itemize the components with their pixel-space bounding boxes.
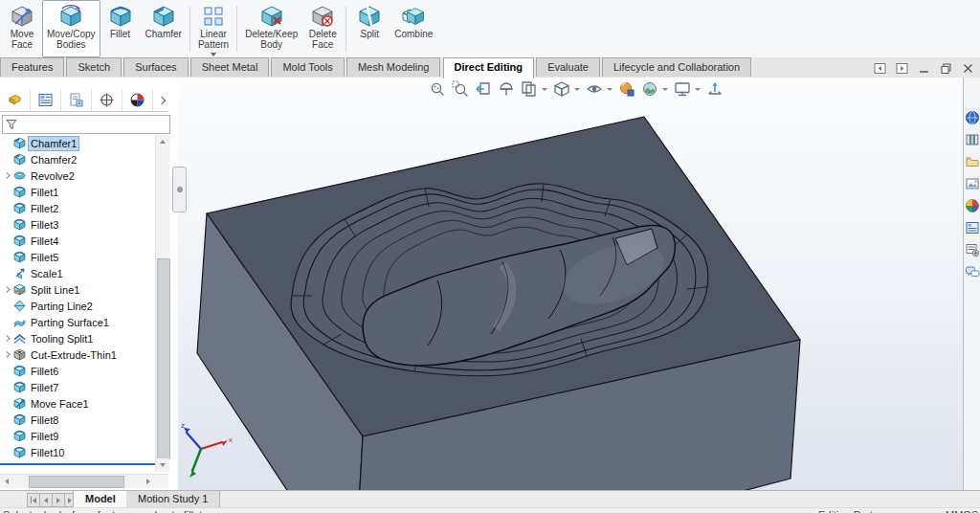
tab-display-manager[interactable] bbox=[122, 89, 153, 111]
tree-item[interactable]: Fillet6 bbox=[0, 363, 155, 379]
scrollbar-thumb[interactable] bbox=[157, 258, 170, 459]
move-copy-bodies-button[interactable]: Move/Copy Bodies bbox=[42, 0, 100, 57]
rollback-bar[interactable] bbox=[0, 463, 155, 465]
tab-motion-study[interactable]: Motion Study 1 bbox=[126, 491, 220, 507]
edit-appearance-icon[interactable] bbox=[618, 80, 635, 98]
tab-mesh-modeling[interactable]: Mesh Modeling bbox=[346, 57, 441, 77]
combine-button[interactable]: Combine bbox=[390, 0, 437, 57]
tab-mold-tools[interactable]: Mold Tools bbox=[271, 57, 344, 77]
move-face-button[interactable]: Move Face bbox=[2, 0, 42, 57]
tree-item[interactable]: Fillet3 bbox=[0, 216, 155, 233]
file-explorer-icon[interactable] bbox=[965, 154, 980, 169]
3d-drawing-view-icon[interactable] bbox=[706, 80, 724, 98]
combine-icon bbox=[401, 4, 426, 29]
tree-item[interactable]: Chamfer1 bbox=[0, 135, 155, 151]
close-button[interactable] bbox=[962, 62, 974, 75]
graphics-viewport[interactable]: z x bbox=[178, 78, 963, 490]
dropdown-caret[interactable] bbox=[607, 88, 612, 91]
zoom-to-fit-icon[interactable] bbox=[429, 80, 446, 98]
tab-model[interactable]: Model bbox=[73, 491, 128, 507]
tab-feature-manager-tree[interactable] bbox=[0, 89, 31, 111]
tree-item[interactable]: Revolve2 bbox=[0, 167, 155, 184]
tab-configuration-manager[interactable] bbox=[61, 89, 92, 111]
tree-item[interactable]: Fillet7 bbox=[0, 379, 155, 395]
appearances-scenes-decals-icon[interactable] bbox=[965, 198, 980, 213]
tree-item[interactable]: Parting Surface1 bbox=[0, 314, 155, 330]
tree-item[interactable]: Split Line1 bbox=[0, 281, 155, 298]
tree-item[interactable]: Fillet2 bbox=[0, 200, 155, 216]
hide-show-items-icon[interactable] bbox=[586, 80, 603, 98]
tree-horizontal-scrollbar[interactable] bbox=[0, 474, 168, 488]
panel-tabs-overflow-button[interactable] bbox=[153, 89, 170, 111]
delete-face-button[interactable]: Delete Face bbox=[302, 0, 343, 57]
expand-arrow-icon[interactable] bbox=[2, 352, 13, 357]
fillet-icon bbox=[13, 234, 26, 247]
mold-block-model[interactable]: z x bbox=[178, 78, 963, 490]
pane-toggle-right-icon[interactable] bbox=[896, 62, 908, 75]
display-style-icon[interactable] bbox=[553, 80, 570, 98]
custom-properties-icon[interactable] bbox=[965, 220, 980, 235]
panel-splitter-handle[interactable] bbox=[172, 167, 187, 212]
linear-pattern-dropdown-caret[interactable] bbox=[211, 53, 216, 56]
tree-item[interactable]: Tooling Split1 bbox=[0, 330, 155, 346]
view-palette-icon[interactable] bbox=[965, 176, 980, 191]
tree-item[interactable]: Fillet4 bbox=[0, 233, 155, 249]
linear-pattern-button[interactable]: Linear Pattern bbox=[193, 0, 234, 57]
design-library-icon[interactable] bbox=[965, 132, 980, 147]
scroll-down-button[interactable] bbox=[156, 458, 169, 472]
tree-vertical-scrollbar[interactable] bbox=[155, 135, 169, 472]
first-study-button[interactable] bbox=[27, 493, 40, 507]
tree-item[interactable]: Cut-Extrude-Thin1 bbox=[0, 346, 155, 363]
dropdown-caret[interactable] bbox=[662, 88, 668, 91]
tree-item[interactable]: Fillet8 bbox=[0, 412, 155, 428]
tab-lifecycle-collaboration[interactable]: Lifecycle and Collaboration bbox=[602, 57, 751, 77]
tree-item[interactable]: Scale1 bbox=[0, 265, 155, 281]
dropdown-caret[interactable] bbox=[574, 88, 580, 91]
dropdown-caret[interactable] bbox=[542, 88, 547, 91]
tab-property-manager[interactable] bbox=[31, 89, 61, 111]
tab-evaluate[interactable]: Evaluate bbox=[536, 57, 600, 77]
apply-scene-icon[interactable] bbox=[641, 80, 658, 98]
annotation-views-icon[interactable] bbox=[521, 80, 538, 98]
expand-arrow-icon[interactable] bbox=[2, 336, 13, 341]
tree-item[interactable]: Chamfer2 bbox=[0, 151, 155, 167]
previous-study-button[interactable] bbox=[39, 493, 53, 507]
status-units[interactable]: MMGS bbox=[946, 509, 978, 513]
comments-icon[interactable] bbox=[965, 264, 980, 279]
scroll-right-button[interactable] bbox=[142, 475, 155, 488]
tree-item[interactable]: Fillet5 bbox=[0, 249, 155, 265]
tab-sheet-metal[interactable]: Sheet Metal bbox=[190, 57, 270, 77]
pane-toggle-left-icon[interactable] bbox=[874, 62, 886, 75]
expand-arrow-icon[interactable] bbox=[2, 173, 13, 178]
scrollbar-thumb[interactable] bbox=[29, 476, 124, 488]
expand-arrow-icon[interactable] bbox=[2, 287, 13, 292]
tab-dimxpert-manager[interactable] bbox=[92, 89, 122, 111]
tab-sketch[interactable]: Sketch bbox=[66, 57, 122, 77]
dropdown-caret[interactable] bbox=[695, 88, 701, 91]
chamfer-button[interactable]: Chamfer bbox=[141, 0, 187, 57]
tree-item[interactable]: Fillet1 bbox=[0, 184, 155, 200]
view-settings-icon[interactable] bbox=[674, 80, 691, 98]
tree-item[interactable]: Parting Line2 bbox=[0, 298, 155, 314]
next-study-button[interactable] bbox=[52, 493, 65, 507]
tab-features[interactable]: Features bbox=[0, 57, 64, 77]
split-button[interactable]: Split bbox=[349, 0, 390, 57]
tree-item[interactable]: Fillet10 bbox=[0, 444, 155, 460]
solidworks-forum-icon[interactable] bbox=[965, 242, 980, 257]
scroll-up-button[interactable] bbox=[156, 135, 169, 148]
tab-direct-editing[interactable]: Direct Editing bbox=[443, 57, 535, 78]
tree-item[interactable]: Move Face1 bbox=[0, 395, 155, 412]
tree-filter-input[interactable] bbox=[2, 115, 170, 134]
delete-keep-body-icon bbox=[259, 4, 284, 29]
previous-view-icon[interactable] bbox=[475, 80, 492, 98]
restore-button[interactable] bbox=[940, 62, 952, 75]
tab-surfaces[interactable]: Surfaces bbox=[123, 57, 188, 77]
tree-item[interactable]: Fillet9 bbox=[0, 428, 155, 444]
fillet-button[interactable]: Fillet bbox=[100, 0, 141, 57]
solidworks-resources-icon[interactable] bbox=[965, 110, 980, 125]
scroll-left-button[interactable] bbox=[0, 475, 13, 488]
minimize-button[interactable] bbox=[918, 62, 930, 75]
delete-keep-body-button[interactable]: Delete/Keep Body bbox=[240, 0, 302, 57]
zoom-to-area-icon[interactable] bbox=[452, 80, 469, 98]
section-view-icon[interactable] bbox=[498, 80, 515, 98]
